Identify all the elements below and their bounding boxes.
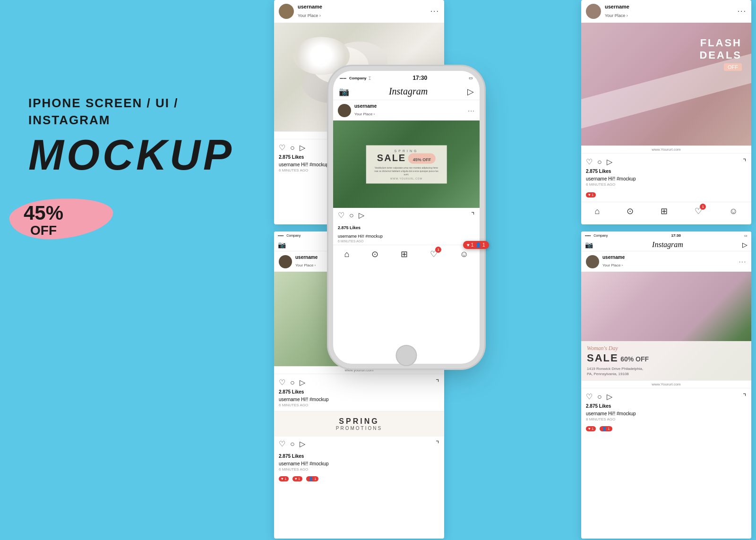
send-icon-tl[interactable]: ▷ (300, 143, 305, 152)
phone-time-text: 6 MINUTES AGO (338, 240, 475, 243)
card-tl-header: username Your Place › ··· (274, 0, 444, 23)
nav-user-tr[interactable]: ☺ (729, 206, 738, 216)
ig-top-icons: ▷ (467, 86, 474, 97)
phone-mockup: ••••• Company ⌶ 17:30 ▭ 📷 Instagram ▷ (333, 71, 480, 364)
phone-screen: ••••• Company ⌶ 17:30 ▭ 📷 Instagram ▷ (333, 71, 480, 364)
send3-bl[interactable]: ▷ (300, 439, 305, 448)
footer-tr: ♡ ○ ▷ ⌝ 2.875 Likes username Hi!! #mocku… (581, 153, 751, 202)
heart-icon-tl[interactable]: ♡ (279, 143, 285, 152)
react-person-br: 👤 1 (600, 426, 612, 431)
nav-search-phone[interactable]: ⊙ (371, 249, 378, 259)
main-title: MOCKUP (28, 134, 227, 176)
womens-day-label: Woman's Day (587, 345, 746, 352)
caption-bl: username Hi!! #mockup (279, 397, 329, 402)
nav-heart-phone[interactable]: ♡1 (430, 249, 438, 259)
phone-username: username (354, 103, 464, 109)
react-person-bl: 👤 1 (306, 476, 319, 481)
actions-bl: ♡ ○ ▷ ⌝ (279, 378, 439, 387)
notif-popup-phone: ♥ 1 👤 1 (463, 241, 489, 249)
signal-area: ••••• Company ⌶ (340, 76, 371, 80)
camera-icon-bl[interactable]: 📷 (278, 241, 286, 249)
flash-line1: FLASH (699, 37, 742, 49)
comment-icon-tl[interactable]: ○ (290, 144, 295, 152)
username-br: username (602, 255, 736, 260)
flash-off: OFF (724, 63, 742, 71)
heart-icon-br[interactable]: ♡ (586, 392, 593, 401)
phone-post-dots[interactable]: ··· (468, 107, 475, 114)
nav-add-phone[interactable]: ⊞ (401, 249, 408, 259)
nav-home-tr[interactable]: ⌂ (594, 206, 600, 216)
ig-logo-br: Instagram (652, 240, 683, 249)
phone-bookmark-icon[interactable]: ⌝ (471, 211, 475, 220)
phone-likes: 2.875 Likes (338, 225, 361, 230)
comment-icon-bl[interactable]: ○ (290, 378, 295, 387)
likes-br: 2.875 Likes (586, 403, 747, 409)
battery-br: ▭ (744, 234, 747, 238)
heart2-bl[interactable]: ♡ (279, 439, 285, 448)
camera-icon-br[interactable]: 📷 (585, 241, 593, 249)
time2-bl: 6 MINUTES AGO (279, 467, 439, 471)
phone-home-button[interactable] (396, 345, 417, 366)
phone-ig-topbar: 📷 Instagram ▷ (333, 83, 480, 100)
phone-comment-icon[interactable]: ○ (349, 211, 354, 220)
nav-home-phone[interactable]: ⌂ (344, 249, 349, 259)
signal-dots: ••••• (340, 76, 346, 80)
avatar-tl (279, 4, 294, 19)
phone-user-info: username Your Place › (354, 103, 464, 117)
phone-spring-sale: SPRING SALE 45% OFF Vestibulum tortor vu… (333, 120, 480, 208)
actions-br: ♡ ○ ▷ ⌝ (586, 392, 747, 401)
dots-tl[interactable]: ··· (430, 7, 439, 16)
send-icon-br[interactable]: ▷ (742, 241, 747, 249)
send-icon-phone[interactable]: ▷ (467, 86, 474, 97)
wifi-icon: ⌶ (369, 76, 371, 80)
badge-off: OFF (30, 223, 57, 238)
react-heart-br: ♥ 1 (586, 426, 596, 431)
nav-user-phone[interactable]: ☺ (460, 249, 468, 259)
phone-avatar (338, 104, 351, 117)
heart-sym: ♥ 1 (467, 242, 473, 248)
heart-icon-bl[interactable]: ♡ (279, 378, 285, 387)
company-label: Company (349, 76, 366, 80)
phone-frame: ••••• Company ⌶ 17:30 ▭ 📷 Instagram ▷ (333, 71, 480, 364)
flash-line2: DEALS (699, 49, 742, 61)
comment-icon-tr[interactable]: ○ (597, 158, 602, 166)
phone-time: 17:30 (412, 75, 427, 81)
place-bl: Your Place › (295, 263, 316, 267)
time-br: 17:30 (671, 233, 680, 238)
nav-search-tr[interactable]: ⊙ (627, 206, 634, 216)
comment2-bl[interactable]: ○ (290, 440, 295, 448)
phone-off-oval: 45% OFF (408, 153, 436, 163)
womens-address: 1419 Ronwick Drive Philadelphia,PA, Penn… (587, 366, 746, 377)
bookmark-icon-bl[interactable]: ⌝ (436, 378, 439, 387)
send-icon-tr[interactable]: ▷ (607, 157, 612, 166)
send-icon2-br[interactable]: ▷ (607, 392, 612, 401)
actions-bl-2: ♡ ○ ▷ ⌝ (274, 437, 444, 451)
camera-icon-phone[interactable]: 📷 (339, 86, 349, 97)
bookmark2-bl[interactable]: ⌝ (436, 439, 439, 448)
react-heart-bl: ♥ 1 (279, 476, 289, 481)
nav-heart-tr[interactable]: ♡1 (695, 206, 702, 216)
place-tr: Your Place › (605, 13, 628, 18)
flash-deals-text: FLASH DEALS OFF (699, 37, 742, 71)
time-ago-br: 8 MINUTES AGO (586, 417, 747, 421)
heart-icon-tr[interactable]: ♡ (586, 157, 593, 166)
bookmark-icon-br[interactable]: ⌝ (743, 392, 747, 401)
dots-bl: ••••• Company (278, 234, 301, 237)
nav-add-tr[interactable]: ⊞ (661, 206, 668, 216)
phone-caption: username Hi!! #mockup (338, 234, 383, 239)
avatar-br (586, 255, 599, 268)
send-icon2-bl[interactable]: ▷ (300, 378, 305, 387)
dots-menu-br[interactable]: ··· (739, 258, 747, 265)
bookmark-icon-tr[interactable]: ⌝ (743, 157, 747, 166)
phone-heart-icon[interactable]: ♡ (338, 211, 344, 220)
comment-icon-br[interactable]: ○ (597, 393, 602, 401)
badge-percent: 45% (24, 203, 63, 223)
spring-promo-section: SPRING PROMOTIONS (274, 411, 444, 437)
discount-badge: 45% OFF (9, 198, 113, 250)
person-sym: 👤 1 (475, 242, 485, 248)
user-info-tl: username Your Place › (298, 4, 427, 18)
dots-tr[interactable]: ··· (738, 7, 747, 16)
phone-send-icon[interactable]: ▷ (359, 211, 364, 220)
company-br: Company (593, 234, 608, 237)
reactions-br: ♥ 1 👤 1 (586, 423, 747, 432)
